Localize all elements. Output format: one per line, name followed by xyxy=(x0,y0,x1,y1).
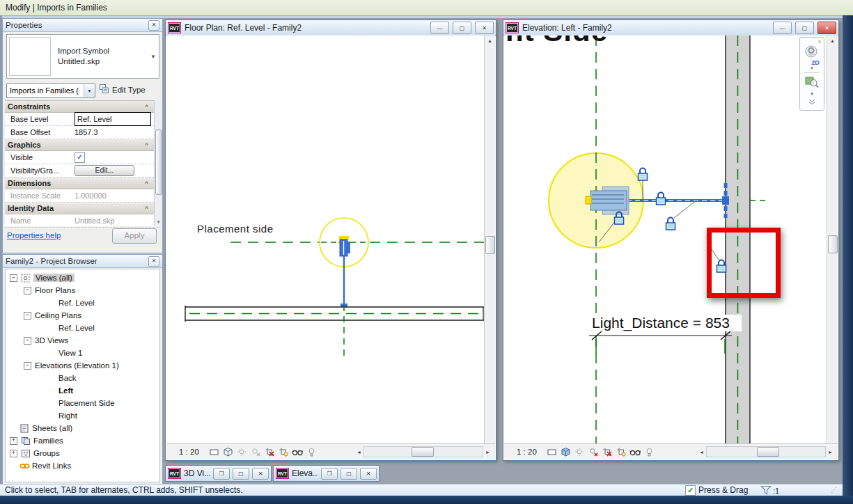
base-offset-value[interactable]: 1857.3 xyxy=(75,126,151,139)
minimized-elevation-window[interactable]: RVT Eleva... ❐ ▢ ✕ xyxy=(273,465,379,482)
maximize-button[interactable]: ▢ xyxy=(233,468,249,480)
scrollbar-thumb[interactable] xyxy=(828,235,838,253)
floor-plan-titlebar[interactable]: RVT Floor Plan: Ref. Level - Family2 — ▢… xyxy=(166,20,496,36)
lock-constraint-icon[interactable] xyxy=(655,191,667,206)
section-dimensions[interactable]: Dimensions ^ xyxy=(5,178,159,189)
restore-button[interactable]: ❐ xyxy=(213,468,230,480)
restore-button[interactable]: ❐ xyxy=(321,468,338,480)
lock-constraint-icon[interactable] xyxy=(664,216,677,231)
floor-plan-vscrollbar[interactable]: ▲ xyxy=(484,36,495,445)
tree-item-label[interactable]: Left xyxy=(58,386,73,395)
tree-item-label[interactable]: Floor Plans xyxy=(35,286,75,294)
tree-collapse-icon[interactable]: − xyxy=(24,287,31,294)
tree-item-ref-level-floor[interactable]: Ref. Level xyxy=(6,297,159,309)
shadows-icon[interactable] xyxy=(588,446,600,457)
close-button[interactable]: ✕ xyxy=(252,468,269,480)
dimension-label[interactable]: Light_Distance = 853 xyxy=(580,315,742,331)
fixture-body[interactable] xyxy=(590,191,627,210)
elevation-hscrollbar[interactable]: ◄ ► xyxy=(697,447,835,457)
collapse-section-icon[interactable]: ^ xyxy=(145,142,148,148)
minimize-button[interactable]: — xyxy=(773,22,792,34)
tree-item-views[interactable]: − Views (all) xyxy=(6,271,159,284)
detail-level-icon[interactable] xyxy=(208,446,220,457)
base-level-value[interactable]: Ref. Level xyxy=(75,112,151,126)
expand-navbar-icon[interactable] xyxy=(808,99,815,105)
crop-view-icon[interactable] xyxy=(602,446,613,457)
visible-checkbox[interactable]: ✓ xyxy=(75,152,85,163)
temporary-hide-icon[interactable] xyxy=(643,446,655,457)
tree-item-3d-views[interactable]: − 3D Views xyxy=(6,334,159,347)
tree-item-sheets[interactable]: Sheets (all) xyxy=(6,422,159,434)
maximize-button[interactable]: ▢ xyxy=(453,22,471,34)
section-graphics[interactable]: Graphics ^ xyxy=(5,139,159,151)
detail-level-icon[interactable] xyxy=(546,446,558,457)
scroll-up-icon[interactable]: ▲ xyxy=(827,36,838,46)
crop-view-icon[interactable] xyxy=(264,446,276,457)
properties-panel-header[interactable]: Properties ✕ xyxy=(3,19,162,32)
properties-filter-dropdown[interactable]: Imports in Families ( ▼ xyxy=(6,83,95,98)
tree-collapse-icon[interactable]: − xyxy=(24,312,31,320)
section-identity-data[interactable]: Identity Data ^ xyxy=(5,203,159,214)
tree-item-label[interactable]: Revit Links xyxy=(32,462,71,470)
view-scale-button[interactable]: 1 : 20 xyxy=(179,448,199,456)
close-icon[interactable]: ✕ xyxy=(148,20,159,31)
properties-help-link[interactable]: Properties help xyxy=(7,231,61,239)
scrollbar-thumb[interactable] xyxy=(412,447,434,457)
tree-item-elevations[interactable]: − Elevations (Elevation 1) xyxy=(6,359,159,372)
tree-item-families[interactable]: + Families xyxy=(6,434,159,447)
tree-collapse-icon[interactable]: − xyxy=(10,274,17,282)
maximize-button[interactable]: ▢ xyxy=(795,22,814,34)
tree-item-label[interactable]: Sheets (all) xyxy=(32,424,72,432)
scroll-left-icon[interactable]: ◄ xyxy=(354,450,363,455)
lock-constraint-icon[interactable] xyxy=(613,210,625,226)
zoom-icon[interactable] xyxy=(804,75,820,92)
lock-constraint-icon[interactable] xyxy=(636,166,649,182)
tree-item-label[interactable]: Ref. Level xyxy=(58,299,95,307)
tree-item-label[interactable]: Back xyxy=(58,374,77,382)
shadows-icon[interactable] xyxy=(250,446,262,457)
visual-style-icon[interactable] xyxy=(222,446,234,457)
tree-collapse-icon[interactable]: − xyxy=(24,362,31,370)
properties-grid-scrollbar[interactable]: ▼ xyxy=(154,100,162,226)
tree-item-label[interactable]: Ceiling Plans xyxy=(35,311,81,320)
tree-item-revit-links[interactable]: Revit Links xyxy=(6,459,159,472)
chevron-down-icon[interactable]: ▼ xyxy=(810,92,814,96)
collapse-section-icon[interactable]: ^ xyxy=(145,104,148,110)
close-icon[interactable]: x xyxy=(815,38,824,45)
tree-item-label[interactable]: Placement Side xyxy=(58,399,115,407)
tree-item-floor-plans[interactable]: − Floor Plans xyxy=(6,284,159,297)
close-button[interactable]: ✕ xyxy=(475,22,494,34)
press-drag-checkbox[interactable]: ✓ xyxy=(685,485,696,496)
scrollbar-thumb[interactable] xyxy=(757,447,779,457)
tree-item-left[interactable]: Left xyxy=(6,384,159,397)
close-button[interactable]: ✕ xyxy=(817,22,836,34)
tree-item-right[interactable]: Right xyxy=(6,409,159,422)
type-selector[interactable]: Import Symbol Untitled.skp ▼ xyxy=(6,34,159,79)
maximize-button[interactable]: ▢ xyxy=(341,468,357,480)
tree-item-groups[interactable]: + Groups xyxy=(6,447,159,459)
minimized-3d-view-window[interactable]: RVT 3D Vi... ❐ ▢ ✕ xyxy=(165,465,272,482)
view-scale-button[interactable]: 1 : 20 xyxy=(517,448,537,456)
project-browser-header[interactable]: Family2 - Project Browser ✕ xyxy=(3,255,162,268)
tree-collapse-icon[interactable]: − xyxy=(24,337,31,345)
elevation-titlebar[interactable]: RVT Elevation: Left - Family2 — ▢ ✕ xyxy=(503,20,838,36)
tree-item-label[interactable]: Families xyxy=(33,436,63,445)
floor-plan-canvas[interactable]: Placement side xyxy=(166,36,485,445)
tree-item-label[interactable]: Right xyxy=(58,411,77,420)
tree-item-ref-level-ceiling[interactable]: Ref. Level xyxy=(6,322,159,334)
close-button[interactable]: ✕ xyxy=(360,468,377,480)
apply-button[interactable]: Apply xyxy=(112,228,157,244)
chevron-down-icon[interactable]: ▼ xyxy=(84,84,95,97)
edit-type-button[interactable]: Edit Type xyxy=(99,84,146,95)
sun-path-icon[interactable] xyxy=(574,446,586,457)
tree-expand-icon[interactable]: + xyxy=(10,437,17,445)
floor-plan-hscrollbar[interactable]: ◄ ► xyxy=(354,447,492,457)
collapse-section-icon[interactable]: ^ xyxy=(145,180,148,187)
minimize-button[interactable]: — xyxy=(430,22,449,34)
resize-grip[interactable]: ⋰ xyxy=(831,486,838,494)
temporary-hide-icon[interactable] xyxy=(306,446,318,457)
tree-expand-icon[interactable]: + xyxy=(10,450,17,457)
tree-item-label[interactable]: View 1 xyxy=(58,349,82,357)
crop-region-icon[interactable] xyxy=(616,446,627,457)
scroll-down-icon[interactable]: ▼ xyxy=(155,220,162,224)
